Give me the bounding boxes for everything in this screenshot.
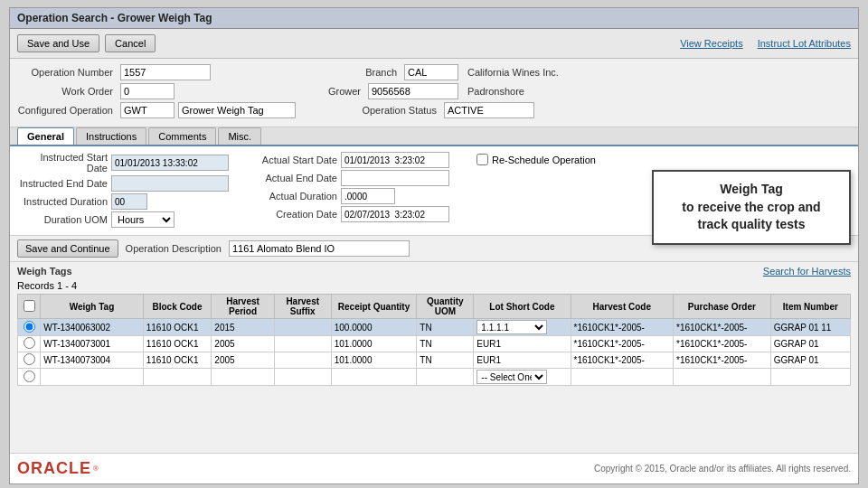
creation-date-input[interactable] [341, 206, 449, 222]
tab-instructions[interactable]: Instructions [76, 127, 146, 145]
item-number-cell: GGRAP 01 [770, 352, 850, 369]
block-code-cell: 11610 OCK1 [143, 319, 212, 336]
tab-comments[interactable]: Comments [148, 127, 216, 145]
col-header-harvest-code: Harvest Code [571, 295, 673, 319]
purchase-order-cell: *1610CK1*-2005- [674, 352, 771, 369]
content-area: Operation Search - Grower Weigh Tag Save… [9, 7, 859, 484]
qty-uom-cell: TN [417, 319, 474, 336]
wo-group: Work Order [17, 83, 175, 99]
grower-input[interactable] [368, 83, 458, 99]
col-header-harvest-suffix: Harvest Suffix [274, 295, 331, 319]
select-all-checkbox[interactable] [24, 300, 35, 312]
reschedule-section: Re-Schedule Operation [476, 152, 596, 230]
harvest-code-cell: *1610CK1*-2005- [571, 319, 673, 336]
toolbar-right: View Receipts Instruct Lot Attributes [680, 38, 851, 49]
row-radio-2[interactable] [24, 353, 35, 365]
reschedule-label: Re-Schedule Operation [492, 155, 596, 165]
purchase-order-cell [674, 369, 771, 386]
instructed-end-row: Instructed End Date [17, 175, 229, 192]
tab-general-content: Instructed Start Date Instructed End Dat… [10, 146, 858, 236]
work-order-label: Work Order [17, 86, 117, 97]
tooltip-box: Weigh Tagto receive the crop andtrack qu… [652, 170, 851, 245]
weigh-tags-table: Weigh Tag Block Code Harvest Period Harv… [17, 294, 851, 386]
oracle-logo: ORACLE ® [17, 459, 99, 478]
lot-short-code-select[interactable]: 1.1.1.1 [476, 320, 547, 334]
harvest-suffix-cell [274, 352, 331, 369]
receipt-qty-cell: 101.0000 [331, 336, 417, 352]
row-select-cell [18, 369, 41, 386]
instructed-end-input[interactable] [111, 175, 229, 192]
creation-date-label: Creation Date [247, 209, 337, 220]
lot-short-code-cell: EUR1 [474, 336, 571, 352]
weigh-tags-section: Weigh Tags Search for Harvests Records 1… [10, 262, 858, 453]
toolbar: Save and Use Cancel View Receipts Instru… [10, 29, 858, 59]
col-header-weigh-tag: Weigh Tag [41, 295, 143, 319]
row-radio-1[interactable] [24, 337, 35, 349]
configured-operation-desc-input[interactable] [178, 102, 296, 118]
reschedule-row: Re-Schedule Operation [476, 154, 596, 165]
left-dates: Instructed Start Date Instructed End Dat… [17, 152, 229, 230]
actual-start-input[interactable] [341, 152, 449, 168]
form-section: Operation Number Branch California Wines… [10, 59, 858, 127]
instructed-start-input[interactable] [111, 155, 229, 171]
instructed-duration-label: Instructed Duration [17, 196, 108, 207]
dialog-title: Operation Search - Grower Weigh Tag [10, 8, 858, 29]
weigh-tags-header: Weigh Tags Search for Harvests [17, 266, 851, 277]
weigh-tag-cell [41, 369, 143, 386]
tabs-bar: General Instructions Comments Misc. [10, 127, 858, 146]
table-row: WT-134006300211610 OCK12015100.0000TN1.1… [18, 319, 851, 336]
table-row: -- Select One -- [18, 369, 851, 386]
instruct-lot-link[interactable]: Instruct Lot Attributes [758, 38, 851, 49]
reschedule-checkbox[interactable] [476, 154, 488, 165]
purchase-order-cell: *1610CK1*-2005- [674, 336, 771, 352]
table-row: WT-134007300111610 OCK12005101.0000TNEUR… [18, 336, 851, 352]
block-code-cell: 11610 OCK1 [143, 352, 212, 369]
row-radio-3[interactable] [24, 371, 35, 382]
duration-uom-select[interactable]: Hours [111, 211, 175, 228]
footer-bar: ORACLE ® Copyright © 2015, Oracle and/or… [10, 453, 858, 483]
lot-short-code-cell: 1.1.1.1 [474, 319, 571, 336]
grower-label: Grower [265, 86, 364, 97]
receipt-qty-cell: 100.0000 [331, 319, 417, 336]
op-desc-input[interactable] [229, 240, 410, 257]
actual-duration-input[interactable] [341, 188, 395, 204]
operation-status-input[interactable] [444, 102, 534, 118]
instructed-duration-row: Instructed Duration [17, 193, 229, 210]
save-continue-button[interactable]: Save and Continue [17, 239, 118, 258]
instructed-duration-input[interactable] [111, 193, 147, 210]
operation-number-input[interactable] [120, 64, 211, 80]
branch-label: Branch [301, 67, 401, 78]
records-info: Records 1 - 4 [17, 280, 851, 291]
col-header-lot-short-code: Lot Short Code [474, 295, 571, 319]
work-order-input[interactable] [120, 83, 175, 99]
actual-duration-row: Actual Duration [247, 188, 449, 204]
col-header-select [18, 295, 41, 319]
cancel-button[interactable]: Cancel [105, 34, 156, 52]
receipt-qty-cell: 101.0000 [331, 352, 417, 369]
oracle-label: ORACLE [17, 459, 91, 478]
harvest-period-cell: 2015 [212, 319, 274, 336]
view-receipts-link[interactable]: View Receipts [680, 38, 743, 49]
config-op-group: Configured Operation [17, 102, 296, 118]
table-row: WT-134007300411610 OCK12005101.0000TNEUR… [18, 352, 851, 369]
actual-end-input[interactable] [341, 170, 449, 186]
tab-general[interactable]: General [17, 127, 74, 145]
item-number-cell: GGRAP 01 [770, 336, 850, 352]
weigh-tag-cell: WT-1340063002 [41, 319, 143, 336]
configured-operation-input[interactable] [120, 102, 175, 118]
search-harvests-link[interactable]: Search for Harvests [763, 266, 851, 277]
harvest-code-cell: *1610CK1*-2005- [571, 352, 673, 369]
configured-operation-label: Configured Operation [17, 105, 117, 116]
tooltip-text: Weigh Tagto receive the crop andtrack qu… [682, 182, 820, 231]
row-radio-0[interactable] [24, 321, 35, 333]
block-code-cell [143, 369, 212, 386]
branch-input[interactable] [404, 64, 458, 80]
weigh-tag-cell: WT-1340073004 [41, 352, 143, 369]
save-use-button[interactable]: Save and Use [17, 34, 99, 52]
weigh-tag-cell: WT-1340073001 [41, 336, 143, 352]
lot-short-code-select[interactable]: -- Select One -- [476, 370, 547, 384]
harvest-code-cell: *1610CK1*-2005- [571, 336, 673, 352]
actual-start-label: Actual Start Date [247, 155, 337, 165]
actual-start-row: Actual Start Date [247, 152, 449, 168]
tab-misc[interactable]: Misc. [218, 127, 261, 145]
